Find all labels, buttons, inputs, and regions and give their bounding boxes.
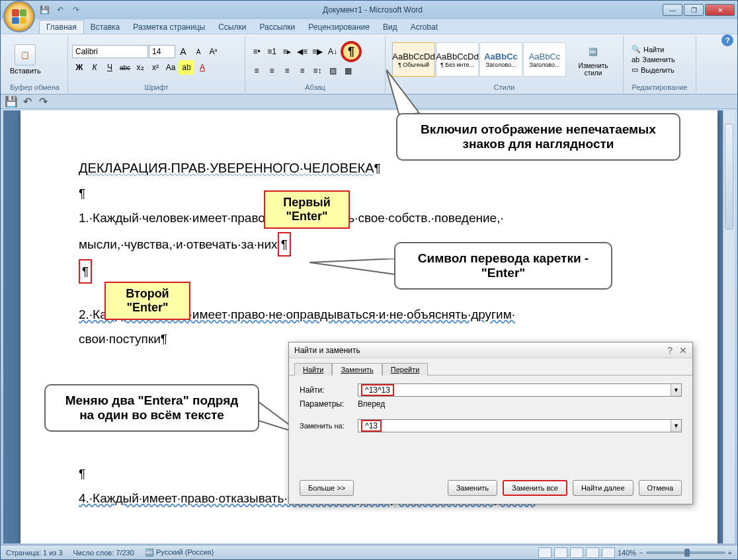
sort-button[interactable]: A↓: [325, 44, 340, 59]
window-maximize-button[interactable]: ❐: [684, 4, 704, 16]
tab-review[interactable]: Рецензирование: [302, 20, 376, 34]
window-minimize-button[interactable]: —: [663, 4, 682, 16]
font-name-combo[interactable]: Calibri: [72, 45, 148, 58]
status-zoom[interactable]: 140%: [618, 549, 636, 557]
office-button[interactable]: [3, 1, 35, 32]
find-input[interactable]: ^13^13 ▼: [358, 383, 682, 397]
tab-page-layout[interactable]: Разметка страницы: [126, 20, 212, 34]
replace-one-button[interactable]: Заменить: [448, 480, 497, 496]
numbering-button[interactable]: ≡1: [265, 44, 279, 59]
multilevel-button[interactable]: ≡▸: [280, 44, 294, 59]
dialog-tabs: Найти Заменить Перейти: [289, 358, 692, 375]
bullets-button[interactable]: ≡•: [249, 44, 264, 59]
find-next-button[interactable]: Найти далее: [573, 480, 634, 496]
font-size-combo[interactable]: 14: [149, 45, 175, 58]
align-left-button[interactable]: ≡: [249, 63, 264, 78]
indent-dec-button[interactable]: ◀≡: [295, 44, 309, 59]
line-spacing-button[interactable]: ≡↕: [310, 63, 325, 78]
zoom-out-button[interactable]: −: [639, 549, 643, 557]
grow-font-button[interactable]: A: [176, 44, 190, 59]
replace-label: Заменить на:: [300, 422, 352, 430]
vertical-scrollbar[interactable]: [723, 110, 735, 543]
strike-button[interactable]: abc: [118, 60, 132, 75]
find-button[interactable]: 🔍Найти: [629, 44, 678, 54]
style-heading1[interactable]: AaBbCcЗаголово...: [479, 42, 522, 77]
ribbon-tabs: Главная Вставка Разметка страницы Ссылки…: [1, 19, 737, 34]
tab-references[interactable]: Ссылки: [212, 20, 253, 34]
view-fullscreen-button[interactable]: [554, 547, 567, 558]
redo-icon[interactable]: ↷: [36, 95, 50, 108]
subscript-button[interactable]: x₂: [133, 60, 147, 75]
zoom-in-button[interactable]: +: [728, 549, 732, 557]
view-draft-button[interactable]: [602, 547, 615, 558]
cancel-button[interactable]: Отмена: [639, 480, 682, 496]
paste-label: Вставить: [10, 67, 41, 75]
superscript-button[interactable]: x²: [148, 60, 163, 75]
shrink-font-button[interactable]: A: [191, 44, 206, 59]
replace-dropdown-icon[interactable]: ▼: [671, 420, 681, 432]
scrollbar-thumb[interactable]: [725, 124, 733, 229]
borders-button[interactable]: ▦: [341, 63, 355, 78]
tab-view[interactable]: Вид: [376, 20, 404, 34]
tab-mailings[interactable]: Рассылки: [253, 20, 302, 34]
view-outline-button[interactable]: [586, 547, 599, 558]
find-icon: 🔍: [632, 45, 641, 54]
change-styles-button[interactable]: 🔤 Изменить стили: [571, 41, 615, 78]
replace-all-button[interactable]: Заменить все: [503, 480, 567, 496]
tab-acrobat[interactable]: Acrobat: [404, 20, 444, 34]
case-button[interactable]: Aa: [163, 60, 178, 75]
replace-input[interactable]: ^13 ▼: [358, 419, 682, 432]
underline-button[interactable]: Ч: [102, 60, 117, 75]
clear-format-button[interactable]: Aᵃ: [206, 44, 221, 59]
clipboard-icon: 📋: [15, 44, 36, 65]
params-label: Параметры:: [300, 399, 352, 409]
indent-inc-button[interactable]: ≡▶: [310, 44, 325, 59]
dlg-tab-find[interactable]: Найти: [294, 363, 332, 376]
status-page[interactable]: Страница: 1 из 3: [6, 549, 63, 557]
dialog-help-icon[interactable]: ?: [667, 345, 673, 356]
style-no-spacing[interactable]: AaBbCcDd¶ Без инте...: [436, 42, 479, 77]
shading-button[interactable]: ▨: [325, 63, 340, 78]
view-print-layout-button[interactable]: [538, 547, 552, 558]
dialog-titlebar[interactable]: Найти и заменить ? ✕: [289, 342, 692, 358]
status-words[interactable]: Число слов: 7/230: [73, 549, 134, 557]
font-color-button[interactable]: A: [195, 60, 210, 75]
qat-undo-icon[interactable]: ↶: [54, 3, 67, 17]
doc-heading: ДЕКЛАРАЦИЯ·ПРАВ·УВЕРЕННОГО·ЧЕЛОВЕКА: [79, 161, 374, 175]
highlight-button[interactable]: ab: [179, 60, 194, 75]
align-justify-button[interactable]: ≡: [295, 63, 309, 78]
qat-save-icon[interactable]: 💾: [38, 3, 51, 17]
undo-icon[interactable]: ↶: [20, 95, 34, 108]
dlg-tab-goto[interactable]: Перейти: [382, 363, 429, 376]
bold-button[interactable]: Ж: [72, 60, 87, 75]
italic-button[interactable]: К: [87, 60, 102, 75]
group-editing-label: Редактирование: [628, 82, 692, 91]
dlg-tab-replace[interactable]: Заменить: [332, 363, 382, 376]
select-icon: ▭: [632, 65, 638, 74]
style-heading2[interactable]: AaBbCcЗаголово...: [523, 42, 566, 77]
dialog-close-icon[interactable]: ✕: [679, 345, 687, 356]
align-right-button[interactable]: ≡: [280, 63, 294, 78]
select-button[interactable]: ▭Выделить: [629, 65, 678, 75]
app-window: 💾 ↶ ↷ Документ1 - Microsoft Word — ❐ ✕ Г…: [0, 0, 738, 560]
align-center-button[interactable]: ≡: [265, 63, 279, 78]
find-dropdown-icon[interactable]: ▼: [671, 384, 681, 396]
more-button[interactable]: Больше >>: [300, 480, 354, 496]
paste-button[interactable]: 📋 Вставить: [6, 43, 45, 76]
qat-redo-icon[interactable]: ↷: [69, 3, 83, 17]
window-close-button[interactable]: ✕: [705, 4, 735, 16]
zoom-slider[interactable]: [646, 551, 725, 554]
show-marks-button[interactable]: ¶: [341, 41, 362, 62]
replace-icon: ab: [632, 56, 639, 63]
save-icon[interactable]: 💾: [5, 95, 18, 108]
dialog-body: Найти: ^13^13 ▼ Параметры: Вперед Замени…: [289, 375, 692, 443]
tab-home[interactable]: Главная: [39, 20, 84, 34]
tab-insert[interactable]: Вставка: [84, 20, 127, 34]
zoom-slider-thumb[interactable]: [684, 549, 690, 557]
find-label: Найти:: [300, 385, 352, 395]
help-icon[interactable]: ?: [721, 34, 733, 46]
window-title: Документ1 - Microsoft Word: [83, 5, 663, 15]
view-web-button[interactable]: [570, 547, 583, 558]
status-lang[interactable]: 🔤 Русский (Россия): [145, 548, 214, 557]
replace-button[interactable]: abЗаменить: [629, 55, 678, 64]
